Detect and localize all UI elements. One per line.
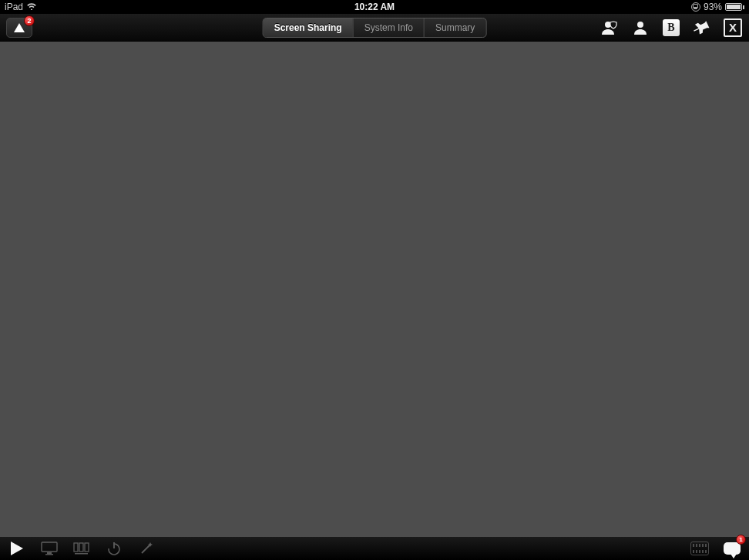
wand-icon (139, 541, 154, 556)
chat-badge: 1 (736, 535, 746, 545)
svg-point-3 (637, 22, 643, 28)
play-button[interactable] (8, 539, 26, 558)
status-left: iPad (5, 2, 37, 12)
keyboard-icon (690, 542, 709, 555)
svg-rect-4 (42, 542, 57, 552)
chat-icon (724, 542, 741, 555)
monitor-icon (41, 542, 58, 555)
app-menu-button[interactable]: 2 (6, 18, 32, 38)
pushpin-icon (694, 19, 710, 36)
wand-button[interactable] (137, 539, 156, 558)
close-button[interactable]: X (723, 18, 743, 38)
svg-line-13 (142, 545, 150, 553)
power-icon (106, 541, 122, 556)
svg-rect-6 (45, 554, 53, 555)
wifi-icon (26, 2, 37, 12)
keyboard-button[interactable] (690, 539, 709, 558)
user-button[interactable] (630, 18, 650, 38)
status-right: 93% (691, 2, 744, 12)
b-icon: B (663, 19, 680, 36)
tab-system-info[interactable]: System Info (354, 18, 425, 37)
top-toolbar: 2 Screen Sharing System Info Summary B (0, 14, 749, 42)
svg-rect-5 (47, 552, 52, 554)
status-time: 10:22 AM (354, 2, 395, 12)
toolbar-right: B X (600, 18, 743, 38)
svg-rect-8 (79, 543, 83, 552)
device-label: iPad (5, 2, 23, 12)
power-button[interactable] (105, 539, 123, 558)
multi-monitor-button[interactable] (72, 539, 91, 558)
user-shield-icon (600, 19, 619, 36)
svg-rect-7 (74, 543, 78, 552)
monitor-button[interactable] (40, 539, 59, 558)
user-icon (632, 19, 649, 36)
close-icon: X (724, 18, 742, 37)
bottom-toolbar: 1 (0, 537, 749, 560)
notification-badge: 2 (24, 15, 35, 26)
user-shield-button[interactable] (600, 18, 620, 38)
battery-percent: 93% (704, 2, 722, 12)
svg-rect-10 (75, 553, 88, 555)
pin-button[interactable] (692, 18, 712, 38)
chat-button[interactable]: 1 (723, 539, 741, 558)
orientation-lock-icon (691, 2, 700, 12)
tab-summary[interactable]: Summary (425, 18, 485, 37)
bold-button[interactable]: B (661, 18, 681, 38)
view-tabs: Screen Sharing System Info Summary (263, 18, 487, 38)
app-triangle-icon (13, 22, 25, 33)
svg-rect-9 (85, 543, 89, 552)
screen-share-viewport[interactable] (0, 42, 749, 537)
battery-icon (725, 3, 744, 11)
play-icon (11, 542, 23, 555)
status-bar: iPad 10:22 AM 93% (0, 0, 749, 14)
tab-screen-sharing[interactable]: Screen Sharing (264, 18, 354, 37)
multi-monitor-icon (73, 542, 90, 555)
